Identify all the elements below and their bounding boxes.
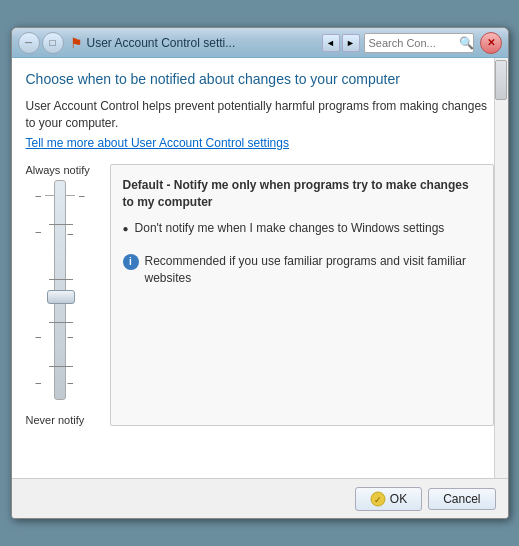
desc-box-title: Default - Notify me only when programs t… [123, 177, 481, 211]
tick-left-2: – [36, 226, 42, 237]
slider-bottom-label: Never notify [26, 414, 85, 426]
flag-icon: ⚑ [70, 35, 83, 51]
content-area: Choose when to be notified about changes… [12, 58, 508, 478]
slider-top-label: Always notify [26, 164, 90, 176]
tick-right-4: – [68, 377, 74, 388]
learn-more-link[interactable]: Tell me more about User Account Control … [26, 136, 494, 150]
bullet-item: ● Don't notify me when I make changes to… [123, 220, 481, 237]
scrollbar[interactable] [494, 58, 508, 478]
maximize-button[interactable]: □ [42, 32, 64, 54]
tick-right-2: – [68, 228, 74, 239]
minimize-icon: ─ [25, 37, 32, 48]
slider-thumb[interactable] [47, 290, 75, 304]
main-window: ─ □ ⚑ User Account Control setti... ◄ ► … [11, 27, 509, 519]
ok-button[interactable]: ✓ OK [355, 487, 422, 511]
ok-icon: ✓ [370, 491, 386, 507]
window-controls: ─ □ [18, 32, 64, 54]
nav-back-button[interactable]: ◄ [322, 34, 340, 52]
window-title: User Account Control setti... [87, 36, 322, 50]
search-box[interactable]: 🔍 [364, 33, 474, 53]
nav-buttons: ◄ ► [322, 34, 360, 52]
slider-container: Always notify – – [26, 164, 96, 426]
ok-label: OK [390, 492, 407, 506]
search-icon: 🔍 [459, 36, 474, 50]
tick-mark-1: – [79, 190, 85, 201]
search-input[interactable] [369, 37, 459, 49]
close-icon: ✕ [487, 37, 495, 48]
tick-left-3: – [36, 331, 42, 342]
info-icon: i [123, 254, 139, 270]
close-button[interactable]: ✕ [480, 32, 502, 54]
footer: ✓ OK Cancel [12, 478, 508, 518]
minimize-button[interactable]: ─ [18, 32, 40, 54]
title-bar: ─ □ ⚑ User Account Control setti... ◄ ► … [12, 28, 508, 58]
slider-panel: Always notify – – [26, 164, 494, 426]
description-text: User Account Control helps prevent poten… [26, 98, 494, 132]
bullet-icon: ● [123, 222, 129, 236]
cancel-label: Cancel [443, 492, 480, 506]
svg-text:✓: ✓ [374, 495, 382, 505]
info-item: i Recommended if you use familiar progra… [123, 253, 481, 287]
tick-left-4: – [36, 377, 42, 388]
page-heading: Choose when to be notified about changes… [26, 70, 494, 88]
tick-label-1: – [36, 190, 42, 201]
tick-right-3: – [68, 331, 74, 342]
description-box: Default - Notify me only when programs t… [110, 164, 494, 426]
maximize-icon: □ [49, 37, 55, 48]
bullet-text: Don't notify me when I make changes to W… [135, 220, 445, 237]
cancel-button[interactable]: Cancel [428, 488, 495, 510]
info-text: Recommended if you use familiar programs… [145, 253, 481, 287]
nav-forward-button[interactable]: ► [342, 34, 360, 52]
